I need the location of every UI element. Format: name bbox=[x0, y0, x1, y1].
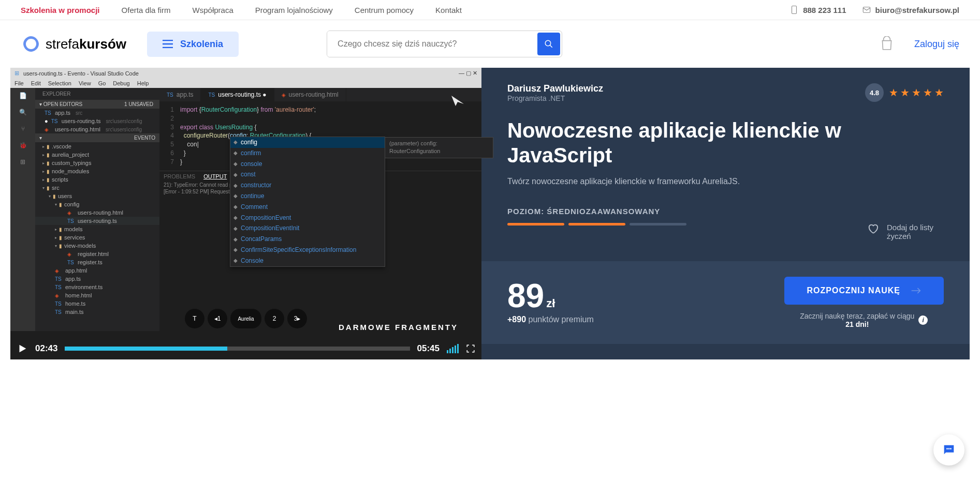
folder-item[interactable]: ▮ services bbox=[35, 233, 159, 242]
float-t[interactable]: T bbox=[185, 309, 204, 328]
file-item[interactable]: TS main.ts bbox=[35, 308, 159, 316]
open-file-item[interactable]: ●TS users-routing.tssrc\users\config bbox=[35, 117, 159, 125]
nav-oferta[interactable]: Oferta dla firm bbox=[122, 6, 171, 14]
file-item[interactable]: ◈ app.html bbox=[35, 266, 159, 275]
file-item[interactable]: TS app.ts bbox=[35, 275, 159, 283]
menu-edit[interactable]: Edit bbox=[31, 80, 41, 86]
intellisense-item[interactable]: ◆ Console bbox=[230, 255, 385, 266]
intellisense-item[interactable]: ◆ const bbox=[230, 169, 385, 180]
email-text: biuro@strefakursow.pl bbox=[875, 6, 959, 14]
nav-wspolpraca[interactable]: Współpraca bbox=[193, 6, 233, 14]
file-item[interactable]: ◈ home.html bbox=[35, 291, 159, 299]
intellisense-item[interactable]: ◆ continue bbox=[230, 191, 385, 202]
float-2[interactable]: 2 bbox=[265, 309, 284, 328]
intellisense-item[interactable]: ◆ ConfirmSiteSpecificExceptionsInformati… bbox=[230, 245, 385, 255]
main: ⊞ users-routing.ts - Evento - Visual Stu… bbox=[10, 68, 970, 359]
folder-item[interactable]: ▮ users bbox=[35, 192, 159, 200]
folder-item[interactable]: ▮ view-models bbox=[35, 242, 159, 250]
open-file-item[interactable]: TS app.tssrc bbox=[35, 109, 159, 117]
folder-item[interactable]: ▮ .vscode bbox=[35, 142, 159, 151]
folder-item[interactable]: ▮ scripts bbox=[35, 175, 159, 184]
intellisense-item[interactable]: ◆ ConcatParams bbox=[230, 234, 385, 245]
file-item[interactable]: TS home.ts bbox=[35, 299, 159, 308]
level-bar-3 bbox=[630, 223, 686, 226]
editor-tab[interactable]: TS app.ts bbox=[159, 88, 201, 101]
author-info: Dariusz Pawlukiewicz Programista .NET bbox=[507, 83, 603, 102]
cta-button[interactable]: ROZPOCZNIJ NAUKĘ bbox=[784, 277, 944, 305]
progress-bar[interactable] bbox=[65, 347, 409, 351]
float-aurelia[interactable]: Aurelia bbox=[230, 309, 261, 328]
extensions-icon[interactable]: ⊞ bbox=[20, 158, 25, 166]
info-icon[interactable]: i bbox=[918, 315, 928, 325]
level-bar-1 bbox=[507, 223, 564, 226]
file-item[interactable]: TS environment.ts bbox=[35, 283, 159, 291]
folder-item[interactable]: ▮ models bbox=[35, 225, 159, 233]
vscode-menubar: File Edit Selection View Go Debug Help bbox=[10, 79, 481, 88]
folder-item[interactable]: ▮ node_modules bbox=[35, 167, 159, 175]
folder-item[interactable]: ▮ custom_typings bbox=[35, 159, 159, 167]
folder-item[interactable]: ▮ config bbox=[35, 200, 159, 208]
project-section[interactable]: ▾ EVENTO bbox=[35, 133, 159, 142]
open-file-item[interactable]: ◈ users-routing.htmlsrc\users\config bbox=[35, 125, 159, 133]
activity-bar: 📄 🔍 ⑂ 🐞 ⊞ bbox=[10, 88, 35, 331]
search-input[interactable] bbox=[327, 31, 536, 57]
intellisense-item[interactable]: ◆ CompositionEvent bbox=[230, 213, 385, 223]
float-3[interactable]: 3▸ bbox=[287, 309, 307, 328]
debug-icon[interactable]: 🐞 bbox=[19, 142, 27, 149]
open-editors-section[interactable]: ▾ OPEN EDITORS 1 UNSAVED bbox=[35, 100, 159, 109]
contact-phone[interactable]: 888 223 111 bbox=[789, 5, 846, 14]
cta-subtitle: Zacznij naukę teraz, zapłać w ciągu21 dn… bbox=[784, 312, 944, 328]
menu-file[interactable]: File bbox=[14, 80, 24, 86]
volume-control[interactable] bbox=[447, 344, 459, 353]
nav-promo[interactable]: Szkolenia w promocji bbox=[21, 6, 100, 14]
wishlist-button[interactable]: Dodaj do listy życzeń bbox=[867, 223, 944, 240]
file-item[interactable]: TS register.ts bbox=[35, 258, 159, 266]
intellisense-popup[interactable]: ◆ config◆ confirm◆ console◆ const◆ const… bbox=[230, 137, 385, 267]
output-tab[interactable]: PROBLEMS bbox=[164, 173, 195, 179]
code-editor[interactable]: 1import {RouterConfiguration} from 'aure… bbox=[159, 101, 481, 171]
menu-selection[interactable]: Selection bbox=[48, 80, 71, 86]
file-item[interactable]: ◈ users-routing.html bbox=[35, 208, 159, 217]
sidebar: EXPLORER ▾ OPEN EDITORS 1 UNSAVED TS app… bbox=[35, 88, 159, 331]
level-bar-2 bbox=[568, 223, 625, 226]
menu-go[interactable]: Go bbox=[98, 80, 106, 86]
scm-icon[interactable]: ⑂ bbox=[21, 125, 25, 132]
intellisense-item[interactable]: ◆ console bbox=[230, 159, 385, 170]
cart-icon[interactable] bbox=[880, 36, 894, 52]
search-activity-icon[interactable]: 🔍 bbox=[19, 109, 27, 116]
intellisense-item[interactable]: ◆ confirm bbox=[230, 148, 385, 159]
intellisense-item[interactable]: ◆ config bbox=[230, 137, 385, 148]
editor-tab[interactable]: TS users-routing.ts ● bbox=[201, 88, 274, 101]
menu-debug[interactable]: Debug bbox=[113, 80, 129, 86]
folder-item[interactable]: ▮ aurelia_project bbox=[35, 151, 159, 159]
level-row: Dodaj do listy życzeń bbox=[507, 223, 944, 240]
play-button[interactable] bbox=[17, 343, 28, 354]
video-area: ⊞ users-routing.ts - Evento - Visual Stu… bbox=[10, 68, 481, 359]
intellisense-item[interactable]: ◆ Comment bbox=[230, 202, 385, 213]
nav-program[interactable]: Program lojalnościowy bbox=[255, 6, 333, 14]
login-link[interactable]: Zaloguj się bbox=[914, 39, 959, 50]
editor-area: TS app.tsTS users-routing.ts ●◈ users-ro… bbox=[159, 88, 481, 331]
contact-email[interactable]: biuro@strefakursow.pl bbox=[862, 5, 959, 14]
search-button[interactable] bbox=[537, 33, 560, 55]
intellisense-item[interactable]: ◆ CompositionEventInit bbox=[230, 223, 385, 234]
arrow-right-icon bbox=[911, 287, 921, 294]
float-1[interactable]: ◂1 bbox=[208, 309, 227, 328]
file-item[interactable]: ◈ register.html bbox=[35, 250, 159, 258]
logo[interactable]: strefakursów bbox=[21, 34, 126, 54]
menu-help[interactable]: Help bbox=[137, 80, 149, 86]
szkolenia-button[interactable]: Szkolenia bbox=[147, 32, 239, 57]
intellisense-item[interactable]: ◆ constructor bbox=[230, 180, 385, 191]
file-item[interactable]: TS users-routing.ts bbox=[35, 217, 159, 225]
menu-view[interactable]: View bbox=[79, 80, 91, 86]
folder-item[interactable]: ▮ src bbox=[35, 184, 159, 192]
star-icon: ★ bbox=[923, 86, 932, 99]
points-label: punktów premium bbox=[529, 315, 594, 324]
output-tab[interactable]: OUTPUT bbox=[203, 173, 227, 179]
editor-tab[interactable]: ◈ users-routing.html bbox=[274, 88, 346, 101]
fullscreen-button[interactable] bbox=[466, 344, 475, 353]
nav-kontakt[interactable]: Kontakt bbox=[435, 6, 462, 14]
explorer-icon[interactable]: 📄 bbox=[19, 92, 27, 99]
nav-centrum[interactable]: Centrum pomocy bbox=[355, 6, 414, 14]
wishlist-text: Dodaj do listy życzeń bbox=[887, 223, 944, 240]
